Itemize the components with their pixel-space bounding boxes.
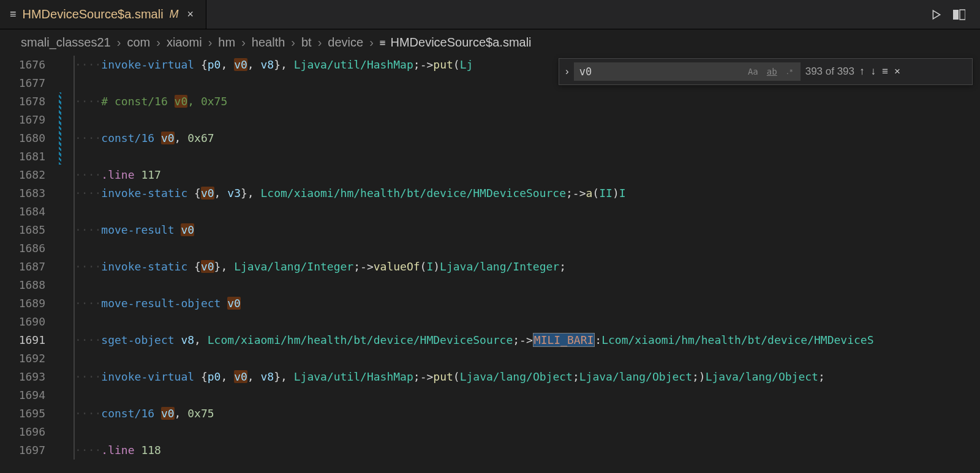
tab-filename: HMDeviceSource$a.smali [23,7,164,21]
breadcrumb-separator: › [369,35,374,50]
line-number: 1686 [0,239,45,258]
code-line[interactable]: move-result v0 [74,221,980,239]
code-line[interactable] [74,313,980,331]
line-number: 1687 [0,258,45,276]
line-number: 1682 [0,166,45,184]
tab-actions [931,9,980,20]
svg-rect-1 [960,10,965,20]
code-line[interactable] [74,239,980,258]
line-number: 1680 [0,129,45,147]
breadcrumb-segment[interactable]: bt [301,35,312,50]
code-line[interactable]: invoke-static {v0}, Ljava/lang/Integer;-… [74,258,980,276]
find-widget: › v0 Aa ab .* 393 of 393 ↑ ↓ ≡ × [559,58,973,85]
breadcrumb-separator: › [208,35,213,50]
breadcrumb-separator: › [117,35,121,50]
editor-area: › v0 Aa ab .* 393 of 393 ↑ ↓ ≡ × 1676167… [0,56,980,472]
tab-bar: ≡ HMDeviceSource$a.smali M × [0,0,980,29]
line-number: 1677 [0,74,45,92]
line-number: 1690 [0,313,45,331]
code-line[interactable]: invoke-static {v0, v3}, Lcom/xiaomi/hm/h… [74,184,980,203]
editor-tab[interactable]: ≡ HMDeviceSource$a.smali M × [0,0,206,29]
line-number: 1681 [0,147,45,166]
line-number: 1691 [0,331,45,349]
find-next-button[interactable]: ↓ [871,65,876,78]
line-number: 1693 [0,368,45,386]
regex-toggle[interactable]: .* [784,68,795,76]
svg-rect-0 [953,10,959,20]
line-number: 1694 [0,386,45,404]
code-line[interactable] [74,349,980,368]
breadcrumb-segment[interactable]: com [127,35,150,50]
line-number: 1697 [0,441,45,460]
code-line[interactable] [74,147,980,166]
whole-word-toggle[interactable]: ab [765,66,779,77]
line-number: 1684 [0,203,45,221]
code-line[interactable]: .line 118 [74,441,980,460]
split-icon[interactable] [953,9,965,20]
line-number: 1679 [0,111,45,129]
modified-badge: M [170,8,179,21]
code-line[interactable] [74,276,980,294]
file-icon: ≡ [380,37,386,48]
code-line[interactable] [74,386,980,404]
breadcrumb-separator: › [156,35,160,50]
find-query-text: v0 [579,65,592,78]
breadcrumb-segment[interactable]: hm [218,35,235,50]
line-number: 1678 [0,92,45,111]
code-line[interactable] [74,423,980,441]
code-line[interactable]: const/16 v0, 0x67 [74,129,980,147]
close-tab-button[interactable]: × [185,8,197,21]
line-number: 1689 [0,294,45,313]
code-line[interactable]: sget-object v8, Lcom/xiaomi/hm/health/bt… [74,331,980,349]
find-close-button[interactable]: × [894,65,900,78]
file-icon: ≡ [10,8,17,21]
line-number-gutter: 1676167716781679168016811682168316841685… [0,56,59,472]
find-selection-toggle[interactable]: ≡ [882,65,888,78]
code-content[interactable]: invoke-virtual {p0, v0, v8}, Ljava/util/… [59,56,980,472]
code-line[interactable]: move-result-object v0 [74,294,980,313]
breadcrumb-segment[interactable]: xiaomi [167,35,202,50]
match-case-toggle[interactable]: Aa [746,66,760,77]
breadcrumb-segment[interactable]: health [252,35,285,50]
find-match-count: 393 of 393 [805,65,854,78]
line-number: 1692 [0,349,45,368]
run-icon[interactable] [931,9,942,20]
code-line[interactable]: const/16 v0, 0x75 [74,404,980,423]
find-expand-toggle[interactable]: › [565,65,569,78]
breadcrumb-segment[interactable]: device [328,35,363,50]
breadcrumb-separator: › [291,35,295,50]
code-line[interactable] [74,203,980,221]
line-number: 1688 [0,276,45,294]
breadcrumb[interactable]: smali_classes21 › com › xiaomi › hm › he… [0,29,980,56]
find-input[interactable]: v0 Aa ab .* [574,62,801,81]
line-number: 1696 [0,423,45,441]
code-line[interactable]: .line 117 [74,166,980,184]
breadcrumb-separator: › [318,35,322,50]
code-line[interactable]: invoke-virtual {p0, v0, v8}, Ljava/util/… [74,368,980,386]
code-line[interactable] [74,111,980,129]
line-number: 1683 [0,184,45,203]
line-number: 1695 [0,404,45,423]
line-number: 1685 [0,221,45,239]
breadcrumb-separator: › [241,35,246,50]
breadcrumb-segment[interactable]: smali_classes21 [21,35,111,50]
line-number: 1676 [0,56,45,74]
breadcrumb-file[interactable]: HMDeviceSource$a.smali [390,35,531,50]
code-line[interactable]: # const/16 v0, 0x75 [74,92,980,111]
find-prev-button[interactable]: ↑ [859,65,865,78]
